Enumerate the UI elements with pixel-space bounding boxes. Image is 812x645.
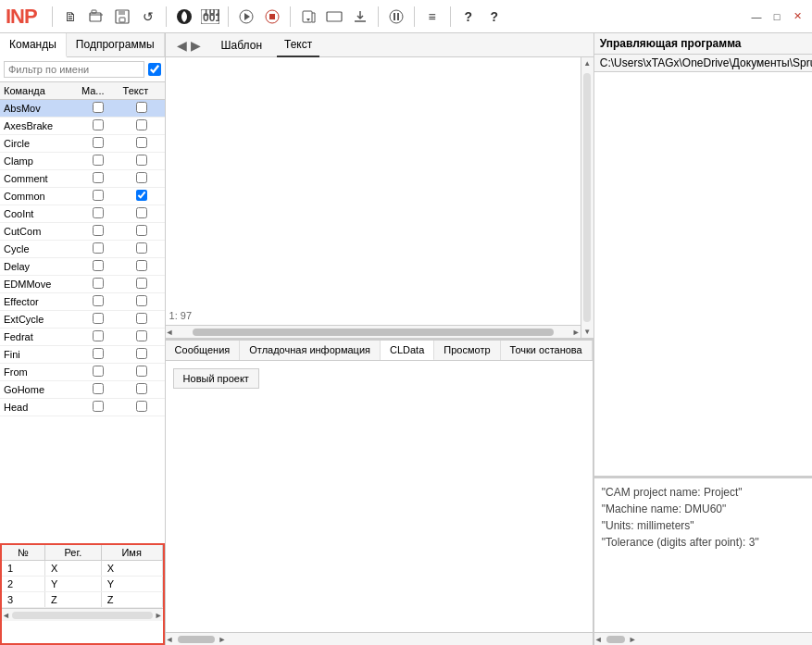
scroll-left-arrow[interactable]: ◄ bbox=[2, 611, 10, 620]
cmd-text-check[interactable] bbox=[136, 102, 147, 113]
hscroll-right[interactable]: ► bbox=[572, 328, 581, 337]
tab-preview[interactable]: Просмотр bbox=[434, 341, 500, 360]
cmd-ma-cell[interactable] bbox=[78, 223, 119, 241]
cmd-ma-cell[interactable] bbox=[78, 135, 119, 153]
save-btn[interactable] bbox=[110, 5, 134, 29]
vscroll-up-arrow[interactable]: ▲ bbox=[581, 57, 593, 69]
br-hscroll-left[interactable]: ◄ bbox=[594, 635, 603, 644]
binary-btn[interactable]: 101001 bbox=[198, 5, 222, 29]
cmd-text-check[interactable] bbox=[136, 119, 147, 130]
table-row[interactable]: Cycle bbox=[0, 241, 165, 258]
bc-hscroll-left[interactable]: ◄ bbox=[166, 635, 174, 644]
cmd-text-check[interactable] bbox=[136, 278, 147, 289]
cmd-text-cell[interactable] bbox=[119, 381, 165, 399]
list-item[interactable]: 1 X X bbox=[2, 561, 162, 577]
cmd-text-cell[interactable] bbox=[119, 364, 165, 381]
sprutcam-btn[interactable] bbox=[172, 5, 196, 29]
forward-arrow[interactable]: ▶ bbox=[191, 38, 201, 53]
cmd-text-cell[interactable] bbox=[119, 329, 165, 346]
left-hscrollbar[interactable]: ◄ ► bbox=[2, 608, 163, 621]
right-content[interactable] bbox=[594, 72, 812, 476]
cmd-ma-check[interactable] bbox=[93, 155, 104, 166]
cmd-text-cell[interactable] bbox=[119, 346, 165, 364]
cmd-ma-cell[interactable] bbox=[78, 293, 119, 311]
minimize-btn[interactable]: — bbox=[747, 7, 766, 26]
undo-btn[interactable]: ↺ bbox=[136, 5, 160, 29]
cmd-text-cell[interactable] bbox=[119, 100, 165, 118]
cmd-ma-cell[interactable] bbox=[78, 100, 119, 118]
cmd-ma-check[interactable] bbox=[93, 172, 104, 183]
close-btn[interactable]: ✕ bbox=[788, 7, 806, 26]
cmd-ma-cell[interactable] bbox=[78, 241, 119, 258]
cmd-ma-cell[interactable] bbox=[78, 153, 119, 170]
cmd-text-check[interactable] bbox=[136, 172, 147, 183]
download-btn[interactable] bbox=[348, 5, 372, 29]
help2-btn[interactable]: ? bbox=[482, 5, 506, 29]
tab-messages[interactable]: Сообщения bbox=[166, 341, 241, 360]
cmd-ma-check[interactable] bbox=[93, 330, 104, 341]
cmd-ma-cell[interactable] bbox=[78, 364, 119, 381]
cmd-text-cell[interactable] bbox=[119, 135, 165, 153]
cmd-ma-cell[interactable] bbox=[78, 205, 119, 223]
open-btn[interactable] bbox=[84, 5, 108, 29]
cmd-ma-cell[interactable] bbox=[78, 276, 119, 293]
table-row[interactable]: Clamp bbox=[0, 153, 165, 170]
cmd-text-cell[interactable] bbox=[119, 311, 165, 329]
cmd-text-cell[interactable] bbox=[119, 223, 165, 241]
table-row[interactable]: Effector bbox=[0, 293, 165, 311]
bottom-center-hscrollbar[interactable]: ◄ ► bbox=[166, 632, 593, 645]
cmd-text-check[interactable] bbox=[136, 313, 147, 324]
filter-input[interactable] bbox=[4, 61, 144, 78]
cmd-text-check[interactable] bbox=[136, 348, 147, 359]
table-row[interactable]: Common bbox=[0, 188, 165, 205]
cmd-ma-check[interactable] bbox=[93, 383, 104, 394]
tab-commands[interactable]: Команды bbox=[0, 33, 67, 57]
cmd-ma-check[interactable] bbox=[93, 207, 104, 218]
cmd-ma-cell[interactable] bbox=[78, 258, 119, 276]
list-item[interactable]: 2 Y Y bbox=[2, 577, 162, 592]
cmd-ma-check[interactable] bbox=[93, 366, 104, 377]
hscroll-thumb[interactable] bbox=[193, 329, 554, 336]
new-file-btn[interactable]: 🗎 bbox=[58, 5, 82, 29]
cmd-ma-cell[interactable] bbox=[78, 346, 119, 364]
cmd-text-check[interactable] bbox=[136, 295, 147, 306]
scroll-right-arrow[interactable]: ► bbox=[155, 611, 163, 620]
center-hscrollbar[interactable]: ◄ ► bbox=[166, 325, 581, 338]
list-item[interactable]: 3 Z Z bbox=[2, 592, 162, 608]
cmd-text-check[interactable] bbox=[136, 330, 147, 341]
cmd-text-cell[interactable] bbox=[119, 170, 165, 188]
cmd-ma-cell[interactable] bbox=[78, 118, 119, 135]
tab-text[interactable]: Текст bbox=[277, 33, 319, 57]
bc-hscroll-right[interactable]: ► bbox=[219, 635, 227, 644]
cmd-ma-check[interactable] bbox=[93, 119, 104, 130]
table-row[interactable]: From bbox=[0, 364, 165, 381]
table-row[interactable]: Comment bbox=[0, 170, 165, 188]
cmd-ma-check[interactable] bbox=[93, 278, 104, 289]
cmd-ma-check[interactable] bbox=[93, 348, 104, 359]
cmd-ma-cell[interactable] bbox=[78, 381, 119, 399]
cmd-text-cell[interactable] bbox=[119, 399, 165, 416]
tab-template[interactable]: Шаблон bbox=[214, 34, 269, 56]
back-arrow[interactable]: ◀ bbox=[177, 38, 187, 53]
cmd-text-check[interactable] bbox=[136, 366, 147, 377]
cmd-text-check[interactable] bbox=[136, 207, 147, 218]
export2-btn[interactable] bbox=[296, 5, 320, 29]
table-row[interactable]: Delay bbox=[0, 258, 165, 276]
cmd-text-cell[interactable] bbox=[119, 276, 165, 293]
vscroll-thumb[interactable] bbox=[583, 73, 591, 322]
table-row[interactable]: AxesBrake bbox=[0, 118, 165, 135]
filter-checkbox[interactable] bbox=[148, 63, 161, 76]
br-hscroll-thumb[interactable] bbox=[606, 636, 625, 643]
cmd-ma-cell[interactable] bbox=[78, 188, 119, 205]
cmd-ma-check[interactable] bbox=[93, 260, 104, 271]
vscroll-down-arrow[interactable]: ▼ bbox=[581, 326, 593, 338]
cmd-text-check[interactable] bbox=[136, 401, 147, 412]
tab-subroutines[interactable]: Подпрограммы bbox=[67, 33, 165, 56]
cmd-text-cell[interactable] bbox=[119, 118, 165, 135]
table-row[interactable]: CooInt bbox=[0, 205, 165, 223]
cmd-text-cell[interactable] bbox=[119, 153, 165, 170]
rect-btn[interactable] bbox=[322, 5, 346, 29]
cmd-text-check[interactable] bbox=[136, 383, 147, 394]
center-editor-content[interactable]: ▲ ▼ ◄ ► 1: 97 bbox=[166, 57, 593, 338]
table-row[interactable]: GoHome bbox=[0, 381, 165, 399]
